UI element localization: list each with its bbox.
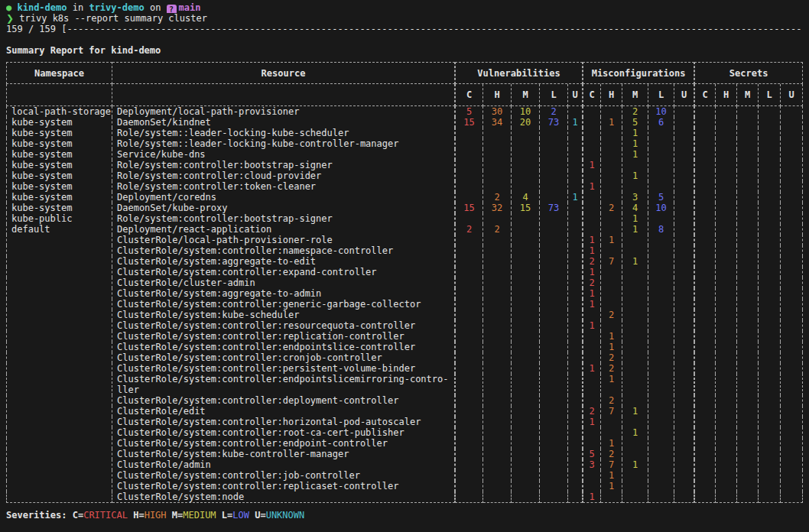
- severity-count-cell: [483, 320, 512, 331]
- severity-count-cell: [737, 117, 759, 128]
- severity-count-cell: [737, 192, 759, 203]
- severity-count-cell: [716, 449, 737, 459]
- severity-count-cell: [622, 235, 648, 245]
- severity-count-cell: 2: [583, 277, 601, 288]
- resource-cell: ClusterRole/system:controller:replicatio…: [112, 331, 455, 342]
- severity-count-cell: [781, 277, 803, 288]
- severity-count-cell: [568, 342, 583, 352]
- severity-count-cell: [455, 395, 483, 406]
- severity-count-cell: [622, 374, 648, 395]
- severity-count-cell: 1: [583, 181, 601, 192]
- terminal[interactable]: ● kind-demo in trivy-demo on ?main ❯ tri…: [6, 2, 803, 521]
- resource-cell: Service/kube-dns: [112, 149, 455, 160]
- resource-cell: ClusterRole/system:controller:job-contro…: [112, 470, 455, 481]
- severity-count-cell: [601, 288, 622, 299]
- severity-count-cell: [716, 277, 737, 288]
- severity-count-cell: 15: [512, 203, 540, 213]
- severity-count-cell: [455, 288, 483, 299]
- severity-count-cell: [483, 149, 512, 160]
- severity-count-cell: [694, 310, 716, 320]
- severity-count-cell: [716, 299, 737, 310]
- severity-count-cell: [759, 288, 781, 299]
- severity-count-cell: [716, 427, 737, 438]
- severity-count-cell: [540, 459, 568, 470]
- severity-count-cell: [540, 138, 568, 149]
- severity-count-cell: [583, 395, 601, 406]
- severity-count-cell: [568, 417, 583, 427]
- table-row: ClusterRole/system:controller:endpointsl…: [6, 342, 803, 352]
- severity-count-cell: [781, 235, 803, 245]
- severity-count-cell: [583, 438, 601, 449]
- severity-count-cell: 1: [583, 235, 601, 245]
- severity-count-cell: 1: [622, 256, 648, 267]
- severity-count-cell: [781, 149, 803, 160]
- resource-cell: Role/system:controller:token-cleaner: [112, 181, 455, 192]
- severity-count-cell: 5: [648, 192, 674, 203]
- shell-prompt-line: ● kind-demo in trivy-demo on ?main: [6, 2, 803, 13]
- severity-count-cell: 2: [583, 256, 601, 267]
- severity-count-cell: [483, 235, 512, 245]
- severity-count-cell: [759, 235, 781, 245]
- severity-count-cell: 2: [601, 449, 622, 459]
- severity-count-cell: [540, 299, 568, 310]
- severity-count-cell: 1: [622, 213, 648, 224]
- severity-column-header: L: [540, 84, 568, 106]
- severity-count-cell: [716, 213, 737, 224]
- severity-count-cell: [759, 449, 781, 459]
- severity-count-cell: [455, 449, 483, 459]
- severity-count-cell: [483, 288, 512, 299]
- severity-count-cell: [674, 363, 694, 374]
- severity-count-cell: [540, 320, 568, 331]
- severity-count-cell: [694, 491, 716, 503]
- severity-count-cell: 1: [601, 331, 622, 342]
- severity-count-cell: [568, 288, 583, 299]
- severity-count-cell: [622, 310, 648, 320]
- severity-count-cell: [622, 160, 648, 170]
- severity-count-cell: 32: [483, 203, 512, 213]
- severity-count-cell: [694, 481, 716, 491]
- severity-count-cell: 2: [483, 224, 512, 235]
- severity-count-cell: [512, 310, 540, 320]
- severity-count-cell: 1: [622, 138, 648, 149]
- table-row: kube-publicRole/system:controller:bootst…: [6, 213, 803, 224]
- severity-count-cell: [648, 331, 674, 342]
- severity-count-cell: [648, 320, 674, 331]
- severity-count-cell: [568, 256, 583, 267]
- severity-count-cell: [583, 481, 601, 491]
- severity-count-cell: [648, 288, 674, 299]
- severity-count-cell: [483, 342, 512, 352]
- severity-count-cell: [737, 288, 759, 299]
- severity-count-cell: [781, 320, 803, 331]
- severity-count-cell: [759, 342, 781, 352]
- severity-count-cell: 1: [622, 224, 648, 235]
- severity-count-cell: [694, 320, 716, 331]
- severity-count-cell: [781, 470, 803, 481]
- severity-count-cell: [455, 181, 483, 192]
- severity-count-cell: [540, 256, 568, 267]
- severity-count-cell: 4: [622, 203, 648, 213]
- severity-count-cell: [716, 363, 737, 374]
- severity-count-cell: [674, 170, 694, 181]
- severity-count-cell: [781, 128, 803, 138]
- table-row: kube-systemDaemonSet/kube-proxy153215732…: [6, 203, 803, 213]
- severity-column-header: H: [483, 84, 512, 106]
- severity-count-cell: [674, 245, 694, 256]
- severity-count-cell: [674, 288, 694, 299]
- severity-count-cell: [737, 149, 759, 160]
- severity-count-cell: [737, 459, 759, 470]
- severity-column-header: U: [568, 84, 583, 106]
- severity-count-cell: [483, 267, 512, 277]
- namespace-cell: kube-system: [6, 192, 112, 203]
- severity-count-cell: [455, 267, 483, 277]
- resource-cell: ClusterRole/system:controller:replicaset…: [112, 481, 455, 491]
- resource-cell: ClusterRole/system:kube-scheduler: [112, 310, 455, 320]
- severity-count-cell: [568, 170, 583, 181]
- severity-count-cell: [622, 470, 648, 481]
- severity-count-cell: [455, 427, 483, 438]
- severity-count-cell: [512, 267, 540, 277]
- severity-count-cell: [601, 224, 622, 235]
- severity-count-cell: [759, 299, 781, 310]
- severity-count-cell: [716, 438, 737, 449]
- severity-column-header: H: [601, 84, 622, 106]
- severity-count-cell: 10: [648, 203, 674, 213]
